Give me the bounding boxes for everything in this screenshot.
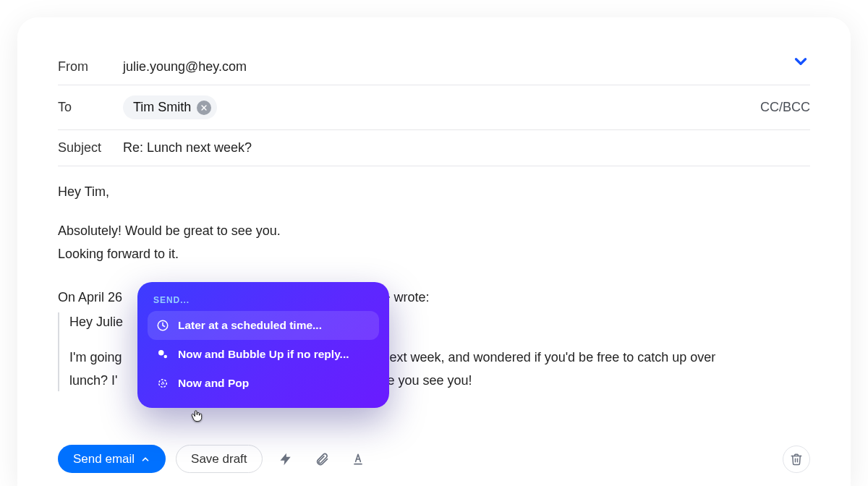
- subject-row: Subject Re: Lunch next week?: [58, 130, 810, 166]
- send-email-label: Send email: [73, 453, 135, 465]
- send-option-later[interactable]: Later at a scheduled time...: [148, 311, 379, 340]
- cursor-hand-icon: [190, 408, 204, 427]
- send-option-now-and-pop-label: Now and Pop: [178, 377, 249, 390]
- attachment-icon[interactable]: [309, 446, 335, 472]
- quick-actions-icon[interactable]: [273, 446, 299, 472]
- send-email-button[interactable]: Send email: [58, 445, 166, 473]
- save-draft-label: Save draft: [191, 453, 247, 465]
- svg-point-6: [159, 380, 167, 388]
- remove-recipient-icon[interactable]: [197, 101, 211, 115]
- to-row: To Tim Smith CC/BCC: [58, 85, 810, 130]
- send-option-bubble-up-label: Now and Bubble Up if no reply...: [178, 348, 349, 361]
- discard-draft-button[interactable]: [783, 446, 810, 473]
- send-option-now-and-pop[interactable]: Now and Pop: [148, 369, 379, 398]
- from-label: From: [58, 59, 110, 74]
- text-format-icon[interactable]: [345, 446, 371, 472]
- svg-point-3: [158, 350, 164, 356]
- compose-toolbar: Send email Save draft: [58, 445, 810, 473]
- recipient-chip-label: Tim Smith: [133, 100, 191, 115]
- from-row: From julie.young@hey.com: [58, 49, 810, 85]
- subject-value[interactable]: Re: Lunch next week?: [123, 140, 252, 155]
- svg-point-5: [162, 383, 164, 385]
- to-label: To: [58, 100, 110, 115]
- chevron-up-icon: [140, 454, 150, 464]
- svg-point-4: [164, 355, 168, 359]
- compose-card: From julie.young@hey.com To Tim Smith CC…: [17, 17, 851, 486]
- collapse-icon[interactable]: [791, 52, 810, 74]
- send-option-later-label: Later at a scheduled time...: [178, 319, 322, 332]
- body-line-2: Looking forward to it.: [58, 244, 810, 265]
- body-line-1: Absolutely! Would be great to see you.: [58, 221, 810, 242]
- send-menu-title: SEND...: [153, 295, 373, 305]
- bubble-icon: [156, 348, 169, 361]
- body-greeting: Hey Tim,: [58, 182, 810, 202]
- recipient-chip[interactable]: Tim Smith: [123, 95, 217, 119]
- send-option-bubble-up[interactable]: Now and Bubble Up if no reply...: [148, 340, 379, 369]
- send-options-menu[interactable]: SEND... Later at a scheduled time... Now…: [137, 282, 389, 408]
- trash-icon: [790, 453, 803, 466]
- from-value[interactable]: julie.young@hey.com: [123, 59, 247, 74]
- pop-icon: [156, 377, 169, 390]
- ccbcc-toggle[interactable]: CC/BCC: [760, 100, 810, 115]
- clock-icon: [156, 319, 169, 332]
- subject-label: Subject: [58, 140, 110, 155]
- save-draft-button[interactable]: Save draft: [176, 445, 263, 473]
